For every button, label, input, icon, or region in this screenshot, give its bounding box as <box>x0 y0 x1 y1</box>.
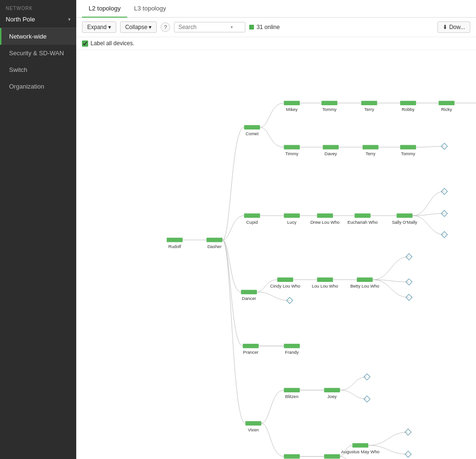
device-drewlouwho[interactable]: Drew Lou Who <box>310 213 339 224</box>
network-selector[interactable]: North Pole ▾ <box>0 13 76 28</box>
svg-rect-28 <box>323 145 338 149</box>
svg-text:Lucy: Lucy <box>287 220 297 225</box>
uplink-line <box>373 257 409 279</box>
device-joey[interactable]: Joey <box>324 388 340 399</box>
svg-text:Betty Lou Who: Betty Lou Who <box>350 284 379 289</box>
svg-rect-56 <box>284 454 300 459</box>
connection-line <box>261 390 284 423</box>
device-vixen[interactable]: Vixen <box>245 421 261 432</box>
svg-rect-52 <box>324 388 340 392</box>
device-rudolf[interactable]: Rudolf <box>167 238 182 249</box>
device-cupid[interactable]: Cupid <box>244 213 260 224</box>
device-danny[interactable]: Danny <box>324 454 340 459</box>
device-davey[interactable]: Davey <box>323 145 338 156</box>
collapse-label: Collapse <box>125 24 148 30</box>
svg-rect-12 <box>245 421 261 425</box>
label-row: Label all devices. <box>76 37 476 50</box>
device-tommy2[interactable]: Tommy <box>400 145 416 156</box>
online-count: 31 online <box>256 24 280 30</box>
label-all-text[interactable]: Label all devices. <box>91 40 134 47</box>
sidebar-item-organization[interactable]: Organization <box>0 78 76 95</box>
device-ricky[interactable]: Ricky <box>439 101 455 112</box>
chevron-down-icon: ▾ <box>149 24 152 30</box>
sidebar-item-security-sd-wan[interactable]: Security & SD-WAN <box>0 45 76 61</box>
uplink-line <box>413 213 445 216</box>
device-sally[interactable]: Sally O'Mally <box>392 213 417 224</box>
svg-rect-14 <box>284 101 300 105</box>
device-tommy1[interactable]: Tommy <box>322 101 337 112</box>
svg-text:Tommy: Tommy <box>322 107 336 112</box>
device-prancer[interactable]: Prancer <box>243 344 258 355</box>
chevron-down-icon: ▾ <box>108 24 111 30</box>
collapse-button[interactable]: Collapse ▾ <box>120 21 157 33</box>
online-status: 31 online <box>249 24 280 30</box>
svg-rect-34 <box>284 213 300 218</box>
connection-line <box>223 240 241 292</box>
uplink-line <box>257 292 290 300</box>
info-button[interactable]: ? <box>161 22 170 32</box>
svg-text:Terry: Terry <box>365 107 375 112</box>
device-mikey[interactable]: Mikey <box>284 101 300 112</box>
connection-line <box>223 240 245 423</box>
device-lucy[interactable]: Lucy <box>284 213 300 224</box>
svg-text:Augustus May Who: Augustus May Who <box>341 449 379 454</box>
svg-text:Terry: Terry <box>365 151 375 156</box>
network-label: NETWORK <box>0 0 76 13</box>
svg-text:Tommy: Tommy <box>401 151 415 156</box>
svg-rect-58 <box>324 454 340 459</box>
svg-text:Dasher: Dasher <box>207 244 222 249</box>
device-terry2[interactable]: Terry <box>363 145 378 156</box>
device-timmy[interactable]: Timmy <box>284 145 300 156</box>
device-betty[interactable]: Betty Lou Who <box>350 278 379 289</box>
expand-button[interactable]: Expand ▾ <box>82 21 116 33</box>
device-dancer[interactable]: Dancer <box>241 290 257 301</box>
topology-area[interactable]: RudolfDasherCometCupidDancerPrancerVixen… <box>76 50 476 459</box>
device-terry1[interactable]: Terry <box>361 101 377 112</box>
device-lou[interactable]: Lou Lou Who <box>312 278 338 289</box>
uplink-line <box>413 216 445 235</box>
svg-text:Prancer: Prancer <box>243 350 258 355</box>
search-container[interactable]: ▾ <box>174 22 245 32</box>
uplink-line <box>340 377 367 390</box>
svg-rect-44 <box>317 278 333 282</box>
svg-rect-22 <box>439 101 455 105</box>
device-robby[interactable]: Robby <box>400 101 416 112</box>
svg-rect-42 <box>277 278 293 282</box>
device-dasher[interactable]: Dasher <box>206 238 222 249</box>
svg-rect-32 <box>400 145 416 149</box>
chevron-down-icon: ▾ <box>68 17 71 22</box>
svg-rect-8 <box>241 290 257 294</box>
expand-label: Expand <box>87 24 107 30</box>
svg-text:Drew Lou Who: Drew Lou Who <box>310 220 339 225</box>
download-label: Dow... <box>449 24 465 30</box>
sidebar-item-switch[interactable]: Switch <box>0 61 76 78</box>
svg-text:Joey: Joey <box>327 394 337 399</box>
search-input[interactable] <box>178 24 231 30</box>
sidebar: NETWORK North Pole ▾ Network-wideSecurit… <box>0 0 76 459</box>
device-comet[interactable]: Comet <box>244 125 260 136</box>
label-all-checkbox[interactable] <box>82 40 88 47</box>
sidebar-item-network-wide[interactable]: Network-wide <box>0 28 76 45</box>
tab-l3[interactable]: L3 topology <box>127 0 172 18</box>
svg-rect-26 <box>284 145 300 149</box>
device-donner[interactable]: Donner <box>284 454 300 459</box>
svg-rect-2 <box>206 238 222 242</box>
svg-rect-54 <box>353 443 368 448</box>
svg-rect-0 <box>167 238 182 242</box>
svg-text:Timmy: Timmy <box>285 151 299 156</box>
device-euchariah[interactable]: Euchariah Who <box>347 213 377 224</box>
connection-line <box>260 127 284 147</box>
uplink-line <box>413 191 445 216</box>
device-blitzen[interactable]: Blitzen <box>284 388 300 399</box>
device-cindy[interactable]: Cindy Lou Who <box>270 278 300 289</box>
svg-text:Cindy Lou Who: Cindy Lou Who <box>270 284 300 289</box>
download-button[interactable]: ⬇ Dow... <box>437 21 470 33</box>
device-frandy[interactable]: Frandy <box>284 344 300 355</box>
svg-rect-48 <box>284 344 300 348</box>
download-icon: ⬇ <box>443 24 447 30</box>
tab-l2[interactable]: L2 topology <box>82 0 127 18</box>
svg-text:Sally O'Mally: Sally O'Mally <box>392 220 417 225</box>
connection-line <box>223 216 244 240</box>
sidebar-nav: Network-wideSecurity & SD-WANSwitchOrgan… <box>0 28 76 95</box>
uplink-line <box>340 390 367 399</box>
